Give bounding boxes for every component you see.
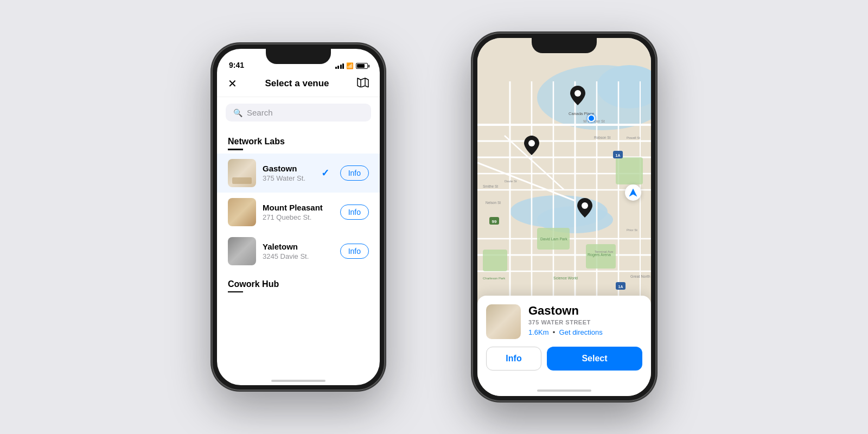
svg-text:Nelson St: Nelson St bbox=[486, 201, 501, 205]
map-pin-main[interactable] bbox=[570, 86, 585, 107]
map-pin-3[interactable] bbox=[577, 198, 592, 220]
section-divider bbox=[228, 149, 243, 150]
navigation-button[interactable] bbox=[625, 184, 641, 201]
svg-text:Great North: Great North bbox=[630, 275, 650, 278]
current-location-dot bbox=[588, 114, 595, 122]
venue-info-mount: Mount Pleasant 271 Quebec St. bbox=[263, 203, 334, 221]
signal-icon bbox=[335, 63, 344, 69]
venue-item-yaletown[interactable]: Yaletown 3245 Davie St. Info bbox=[217, 232, 380, 271]
map-card-buttons: Info Select bbox=[486, 347, 642, 371]
svg-text:Rogers Arena: Rogers Arena bbox=[588, 253, 611, 257]
search-icon: 🔍 bbox=[233, 108, 242, 117]
svg-rect-25 bbox=[616, 157, 643, 184]
svg-text:Terminal Ave: Terminal Ave bbox=[595, 250, 614, 253]
map-icon[interactable] bbox=[357, 78, 369, 90]
search-input[interactable]: Search bbox=[247, 108, 273, 117]
svg-text:Smithe St: Smithe St bbox=[483, 184, 498, 188]
home-indicator-map bbox=[537, 390, 591, 392]
map-card-info: Gastown 375 WATER STREET 1.6Km • Get dir… bbox=[528, 304, 642, 339]
svg-text:Science World: Science World bbox=[553, 276, 578, 280]
venue-name-mount: Mount Pleasant bbox=[263, 203, 334, 212]
svg-text:99: 99 bbox=[492, 219, 497, 224]
checkmark-icon: ✓ bbox=[321, 167, 329, 179]
info-button-gastown[interactable]: Info bbox=[340, 165, 369, 181]
venue-info-yaletown: Yaletown 3245 Davie St. bbox=[263, 242, 334, 260]
phone-map-inner: W Pender St Robson St Smithe St Nelson S… bbox=[477, 38, 651, 396]
venue-thumb-mount bbox=[228, 198, 256, 226]
venue-name-gastown: Gastown bbox=[263, 164, 315, 173]
scene: 9:41 📶 ✕ Select a venue bbox=[0, 0, 868, 434]
info-button-yaletown[interactable]: Info bbox=[340, 244, 369, 259]
svg-rect-24 bbox=[483, 250, 507, 271]
map-pin-2[interactable] bbox=[524, 136, 539, 157]
wifi-icon: 📶 bbox=[346, 62, 354, 69]
screen-title: Select a venue bbox=[265, 78, 329, 89]
svg-text:Prior St: Prior St bbox=[627, 228, 637, 232]
svg-text:Charleson Park: Charleson Park bbox=[483, 277, 506, 280]
svg-text:Davie St: Davie St bbox=[505, 180, 517, 183]
map-select-button[interactable]: Select bbox=[547, 347, 642, 371]
status-time: 9:41 bbox=[229, 61, 244, 69]
venue-address-yaletown: 3245 Davie St. bbox=[263, 252, 334, 260]
map-info-button[interactable]: Info bbox=[486, 347, 541, 371]
section-title-cowork: Cowork Hub bbox=[228, 279, 369, 289]
map-card-content: Gastown 375 WATER STREET 1.6Km • Get dir… bbox=[486, 304, 642, 339]
phone-list: 9:41 📶 ✕ Select a venue bbox=[212, 43, 385, 391]
venue-address-mount: 271 Quebec St. bbox=[263, 213, 334, 221]
home-indicator bbox=[271, 380, 326, 382]
map-card: Gastown 375 WATER STREET 1.6Km • Get dir… bbox=[477, 296, 651, 396]
phone-map: W Pender St Robson St Smithe St Nelson S… bbox=[472, 33, 656, 401]
svg-point-48 bbox=[528, 140, 535, 146]
venue-item-mount[interactable]: Mount Pleasant 271 Quebec St. Info bbox=[217, 193, 380, 232]
svg-text:Powell St: Powell St bbox=[627, 136, 640, 139]
venue-address-gastown: 375 Water St. bbox=[263, 174, 315, 182]
status-icons: 📶 bbox=[335, 62, 368, 69]
section-divider-cowork bbox=[228, 291, 243, 293]
map-card-distance: 1.6Km • Get directions bbox=[528, 328, 642, 336]
notch-map bbox=[532, 38, 597, 53]
svg-point-49 bbox=[582, 202, 588, 209]
section-title-network: Network Labs bbox=[228, 137, 369, 146]
map-card-address: 375 WATER STREET bbox=[528, 319, 642, 326]
nav-bar: ✕ Select a venue bbox=[217, 73, 380, 97]
svg-text:David Lam Park: David Lam Park bbox=[540, 237, 567, 241]
venue-name-yaletown: Yaletown bbox=[263, 242, 334, 251]
svg-text:1A: 1A bbox=[616, 154, 621, 157]
get-directions-link[interactable]: Get directions bbox=[559, 328, 603, 336]
venue-thumb-gastown bbox=[228, 159, 256, 187]
map-card-thumbnail bbox=[486, 304, 521, 339]
search-bar[interactable]: 🔍 Search bbox=[226, 104, 371, 122]
map-area[interactable]: W Pender St Robson St Smithe St Nelson S… bbox=[477, 38, 651, 396]
venue-thumb-yaletown bbox=[228, 237, 256, 265]
section-cowork-hub: Cowork Hub bbox=[217, 271, 380, 296]
svg-point-47 bbox=[575, 90, 581, 97]
battery-icon bbox=[356, 63, 368, 69]
info-button-mount[interactable]: Info bbox=[340, 205, 369, 220]
svg-text:Robson St: Robson St bbox=[594, 136, 611, 139]
svg-text:1A: 1A bbox=[618, 285, 623, 289]
close-button[interactable]: ✕ bbox=[228, 77, 237, 90]
section-network-labs: Network Labs bbox=[217, 128, 380, 154]
venue-info-gastown: Gastown 375 Water St. bbox=[263, 164, 315, 182]
phone-list-inner: 9:41 📶 ✕ Select a venue bbox=[217, 49, 380, 385]
venue-item-gastown[interactable]: Gastown 375 Water St. ✓ Info bbox=[217, 154, 380, 193]
notch bbox=[266, 49, 331, 64]
map-card-venue-name: Gastown bbox=[528, 304, 642, 317]
